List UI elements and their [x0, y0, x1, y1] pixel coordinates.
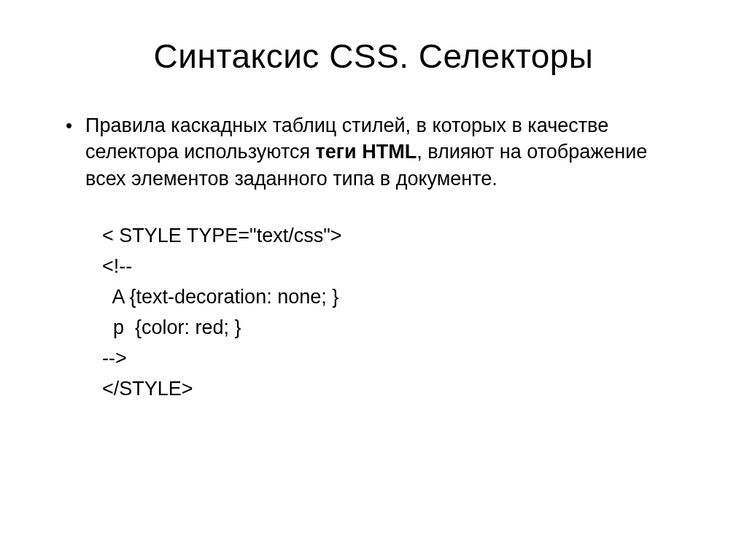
- bullet-marker: •: [66, 114, 72, 139]
- code-line-3: A {text-decoration: none; }: [102, 282, 689, 313]
- code-line-2: <!--: [102, 252, 689, 282]
- code-block: < STYLE TYPE="text/css"> <!-- A {text-de…: [66, 221, 689, 404]
- slide-title: Синтаксис CSS. Селекторы: [44, 36, 703, 76]
- slide-content: • Правила каскадных таблиц стилей, в кот…: [44, 112, 703, 404]
- code-line-1: < STYLE TYPE="text/css">: [102, 221, 689, 252]
- bullet-item: • Правила каскадных таблиц стилей, в кот…: [66, 112, 689, 192]
- code-line-5: -->: [102, 343, 689, 374]
- code-line-4: p {color: red; }: [102, 313, 689, 343]
- bullet-text: Правила каскадных таблиц стилей, в котор…: [85, 112, 689, 192]
- code-line-6: </STYLE>: [102, 374, 689, 405]
- bullet-text-bold: теги HTML: [316, 141, 417, 163]
